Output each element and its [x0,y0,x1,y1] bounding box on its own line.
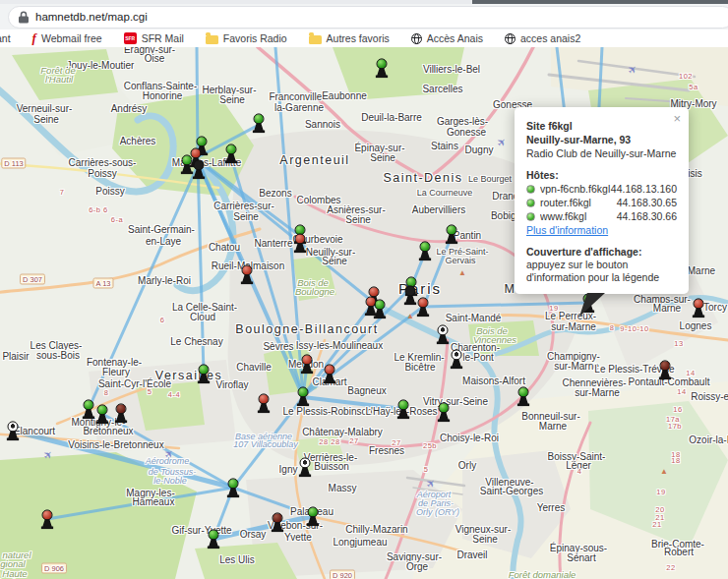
site-marker-head [375,299,386,310]
popup-site-title: Site f6kgl [526,119,677,133]
site-marker[interactable] [300,354,314,374]
link-line [13,431,233,488]
bookmark-item[interactable]: fWebmail free [32,32,102,44]
host-row: router.f6kgl44.168.30.65 [526,196,677,209]
bookmark-label: Webmail free [41,32,102,44]
site-marker-head [226,144,237,154]
popup-site-location: Neuilly-sur-Marne, 93 [526,133,677,146]
globe-icon [411,33,422,44]
site-marker[interactable] [271,512,284,532]
host-name: www.f6kgl [540,209,617,223]
site-marker[interactable] [226,478,240,497]
link-line [47,488,233,519]
url-text: hamnetdb.net/map.cgi [35,11,148,23]
site-marker[interactable] [192,159,206,179]
bookmarks-bar: antfWebmail freeSFRSFR MailFavoris Radio… [0,29,728,48]
bookmark-item[interactable]: Autres favoris [309,32,390,44]
site-marker[interactable] [445,224,458,244]
site-marker[interactable] [298,457,312,477]
site-popup: × Site f6kgl Neuilly-sur-Marne, 93 Radio… [515,107,689,294]
folder-icon [309,35,322,44]
bookmark-item[interactable]: Favoris Radio [206,32,287,44]
site-marker[interactable] [450,349,463,369]
host-row: www.f6kgl44.168.30.66 [526,209,677,223]
bookmark-item[interactable]: Accès Anais [411,32,483,44]
site-marker[interactable] [95,404,109,424]
site-marker-head [418,297,429,308]
site-marker-head [302,354,313,365]
popup-coverage-text: appuyez sur le bouton d'information pour… [526,259,677,284]
site-marker-head [694,298,704,309]
site-marker[interactable] [692,298,705,318]
link-line [213,516,313,539]
site-marker[interactable] [207,529,220,549]
site-marker[interactable] [375,58,389,78]
site-marker-head [42,509,53,520]
site-marker-head [259,393,270,404]
site-marker[interactable] [416,297,430,317]
bookmark-item[interactable]: SFRSFR Mail [124,32,184,44]
bookmark-label: acces anais2 [520,32,580,44]
site-marker[interactable] [323,364,336,383]
site-marker[interactable] [658,360,672,379]
site-marker-head [439,402,450,413]
lock-icon [19,11,29,24]
bookmark-label: SFR Mail [142,32,184,44]
bookmark-label: Favoris Radio [223,32,287,44]
site-marker[interactable] [306,506,320,526]
host-name: router.f6kgl [540,196,617,209]
popup-hosts-label: Hôtes: [526,168,677,182]
site-marker-head [8,421,19,432]
site-marker[interactable] [293,233,307,253]
link-line [303,306,371,396]
address-bar[interactable]: hamnetdb.net/map.cgi [8,6,728,29]
site-marker[interactable] [516,386,530,406]
bookmark-item[interactable]: ant [0,32,11,44]
host-ip: 44.168.30.66 [617,209,677,223]
popup-hosts: vpn-f6cnb.f6kgl44.168.13.160router.f6kgl… [526,182,677,223]
browser-window: hamnetdb.net/map.cgi antfWebmail freeSFR… [0,0,728,579]
host-status-led [526,212,535,221]
bookmark-label: Autres favoris [327,32,390,44]
site-marker[interactable] [296,386,310,406]
site-marker[interactable] [418,241,432,261]
link-line [198,160,379,307]
site-marker[interactable] [240,264,254,284]
site-marker[interactable] [82,399,95,419]
site-marker[interactable] [224,144,238,163]
site-marker-head [518,386,529,397]
bookmark-label: ant [0,32,11,44]
site-marker-head [325,364,335,375]
site-marker-head [209,529,219,540]
site-marker[interactable] [373,299,387,318]
site-marker-head [398,399,409,410]
close-icon[interactable]: × [673,112,681,125]
link-line [423,303,587,307]
host-status-led [526,199,535,207]
site-marker[interactable] [436,324,450,344]
link-line [303,287,411,396]
site-marker-head [420,241,431,252]
site-marker-head [308,506,319,517]
site-marker-head [377,58,388,69]
site-marker-head [199,364,210,375]
site-marker[interactable] [403,285,417,305]
link-line [303,307,423,396]
globe-icon [505,33,516,44]
bookmark-item[interactable]: acces anais2 [505,32,580,44]
freebox-f-icon: f [32,33,36,43]
site-marker[interactable] [40,509,54,529]
map[interactable]: Jouy-le-MoutierÉragny-sur-OiseConflans-S… [0,47,728,579]
site-marker[interactable] [6,421,20,440]
more-info-link[interactable]: Plus d'information [526,223,608,237]
site-marker[interactable] [252,113,266,133]
site-marker-head [97,404,108,415]
site-marker[interactable] [197,364,211,383]
site-marker[interactable] [396,399,410,419]
site-marker[interactable] [257,393,271,413]
folder-icon [206,35,218,44]
window-top-shade [472,0,728,4]
site-marker-head [116,403,127,414]
site-marker[interactable] [114,403,128,423]
site-marker[interactable] [437,402,451,422]
